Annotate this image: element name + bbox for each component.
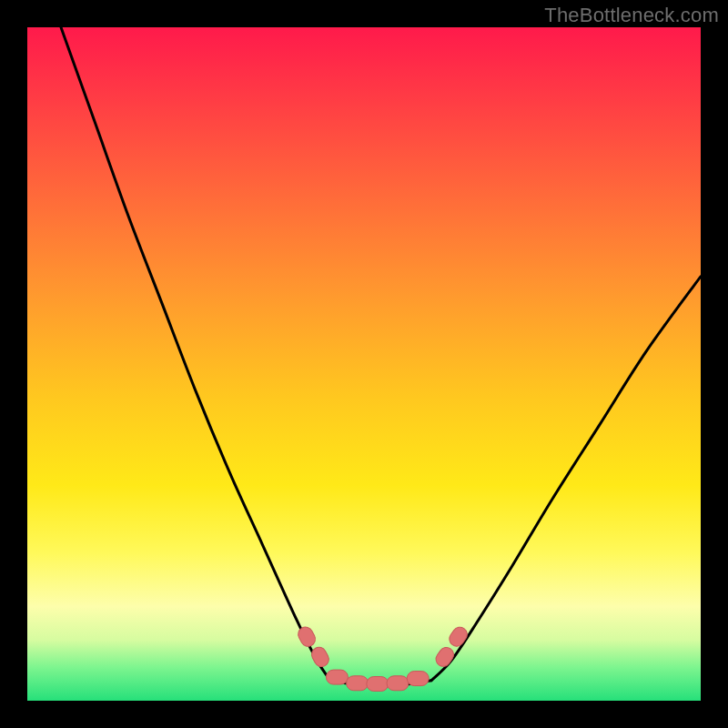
valley-marker bbox=[296, 624, 318, 649]
valley-marker bbox=[347, 676, 369, 691]
valley-marker bbox=[326, 670, 348, 684]
valley-marker bbox=[309, 644, 331, 669]
plot-area bbox=[27, 27, 701, 701]
valley-marker bbox=[433, 644, 457, 669]
valley-markers-group bbox=[296, 624, 470, 691]
chart-overlay bbox=[27, 27, 701, 701]
valley-marker bbox=[367, 677, 389, 692]
valley-marker bbox=[387, 676, 409, 691]
watermark-text: TheBottleneck.com bbox=[544, 4, 719, 27]
stage: TheBottleneck.com bbox=[0, 0, 728, 728]
valley-marker bbox=[407, 672, 429, 686]
valley-marker bbox=[447, 624, 470, 649]
curve-right-branch bbox=[431, 277, 701, 681]
curve-left-branch bbox=[61, 27, 330, 681]
